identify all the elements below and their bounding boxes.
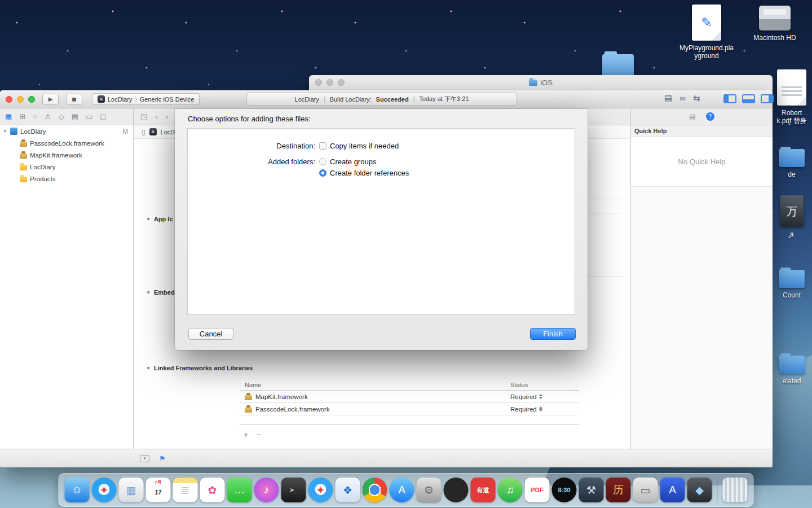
folder-de[interactable]: de: [771, 146, 812, 178]
preview-dock-icon[interactable]: ▦: [119, 478, 144, 502]
framework-status[interactable]: Required: [510, 393, 542, 400]
section-embedded[interactable]: ▼ Embed: [146, 289, 175, 296]
sidebar-toggle-icon[interactable]: ▯: [142, 128, 145, 136]
add-files-sheet: Choose options for adding these files: D…: [175, 109, 588, 350]
forward-button[interactable]: ›: [166, 112, 168, 121]
display-dock-icon[interactable]: ▭: [633, 478, 658, 502]
folder-count[interactable]: Count: [771, 266, 812, 299]
desktop-icon-image: [779, 149, 805, 167]
nav-item-passcodelock-framework[interactable]: PasscodeLock.framework: [0, 137, 133, 149]
wannianli-dock-icon[interactable]: 历: [606, 478, 631, 502]
pdf-expert-dock-icon[interactable]: PDF: [525, 478, 550, 502]
nav-item-locdiary-project[interactable]: ▾ LocDiary M: [0, 125, 133, 137]
desktop-folder-icon[interactable]: [602, 54, 634, 77]
nav-item-mapkit-framework[interactable]: MapKit.framework: [0, 149, 133, 161]
trash-dock-icon[interactable]: [723, 478, 748, 502]
copy-items-checkbox[interactable]: [319, 142, 326, 150]
section-app-icons[interactable]: ▼ App Ic: [146, 216, 173, 222]
messages-dock-icon[interactable]: …: [227, 478, 252, 502]
breakpoint-navigator-icon[interactable]: ▭: [86, 112, 92, 121]
related-items-icon[interactable]: ◳: [140, 112, 147, 121]
github-dock-icon[interactable]: [444, 478, 469, 502]
finish-button[interactable]: Finish: [530, 328, 576, 340]
add-button[interactable]: +: [244, 430, 248, 439]
chrome-dock-icon[interactable]: [363, 478, 387, 502]
standard-editor-button[interactable]: ▤: [664, 93, 672, 103]
stop-button[interactable]: ◼: [66, 94, 82, 105]
sysprefs-dock-icon[interactable]: ⚙: [417, 478, 442, 502]
disclosure-triangle-icon[interactable]: ▼: [146, 217, 151, 222]
qqmusic-dock-icon[interactable]: ♫: [498, 478, 523, 502]
cancel-button[interactable]: Cancel: [188, 328, 233, 340]
disclosure-triangle-icon[interactable]: ▼: [146, 290, 151, 295]
table-row[interactable]: PasscodeLock.framework Required: [240, 403, 579, 415]
dark-app-dock-icon[interactable]: ◆: [687, 478, 712, 502]
section-linked-frameworks[interactable]: ▼ Linked Frameworks and Libraries: [146, 365, 253, 371]
filter-icon[interactable]: ▾: [140, 455, 149, 462]
file-inspector-icon[interactable]: ▤: [689, 113, 695, 121]
quick-help-icon[interactable]: ?: [706, 112, 714, 121]
pdf-alias[interactable]: Robertk.pdf 替身: [771, 69, 812, 125]
artwork-a[interactable]: 万 a: [771, 195, 812, 238]
inspector-toggle-button[interactable]: [761, 94, 774, 103]
dock-icon-glyph: A: [398, 484, 405, 496]
close-button[interactable]: [6, 96, 12, 103]
folder-related[interactable]: elated: [771, 352, 812, 385]
zoom-button[interactable]: [28, 96, 35, 103]
framework-status[interactable]: Required: [510, 406, 542, 413]
scheme-selector[interactable]: A LocDiary › Generic iOS Device: [92, 93, 200, 105]
dock-icon-glyph: ◆: [695, 484, 704, 497]
dropbox-dock-icon[interactable]: ❖: [336, 478, 360, 502]
create-groups-label[interactable]: Create groups: [330, 157, 376, 166]
run-button[interactable]: ▶: [42, 94, 59, 105]
create-groups-radio[interactable]: [319, 158, 326, 165]
test-navigator-icon[interactable]: ◇: [59, 112, 64, 121]
back-button[interactable]: ‹: [155, 112, 157, 121]
xcode-toolbar: ▶ ◼ A LocDiary › Generic iOS Device LocD…: [0, 90, 773, 108]
xcode-dock-icon[interactable]: ⚒: [579, 478, 604, 502]
jump-bar-item[interactable]: LocD: [161, 129, 175, 135]
macintosh-hd-icon[interactable]: Macintosh HD: [748, 6, 802, 42]
navigator-item-label: LocDiary: [30, 164, 55, 170]
disclosure-triangle-icon[interactable]: ▼: [146, 366, 151, 371]
disclosure-triangle-icon[interactable]: ▾: [4, 129, 10, 134]
debug-navigator-icon[interactable]: ▤: [72, 112, 78, 121]
terminal-dock-icon[interactable]: >_: [281, 478, 306, 502]
calendar-dock-icon[interactable]: 7月 17: [146, 478, 171, 502]
assistant-editor-button[interactable]: ∞: [679, 93, 686, 103]
nav-item-locdiary-group[interactable]: LocDiary: [0, 161, 133, 173]
added-folders-row: Added folders: Create groups: [188, 156, 575, 167]
safari-dock-icon[interactable]: ✦: [92, 478, 117, 502]
appstore-dock-icon[interactable]: A: [390, 478, 414, 502]
symbol-navigator-icon[interactable]: ⊞: [19, 112, 25, 121]
version-editor-button[interactable]: ⇆: [693, 93, 700, 103]
create-folder-references-label[interactable]: Create folder references: [330, 169, 409, 177]
a-app-dock-icon[interactable]: A: [660, 478, 685, 502]
find-navigator-icon[interactable]: ○: [33, 112, 37, 121]
navigator-toggle-button[interactable]: [723, 94, 736, 103]
clock-dock-icon[interactable]: 8:30: [552, 478, 577, 502]
finder-dock-icon[interactable]: ☺: [65, 478, 90, 502]
issue-navigator-icon[interactable]: ⚠: [45, 112, 51, 121]
divider: [585, 199, 623, 199]
minimize-button[interactable]: [17, 96, 24, 103]
breakpoint-flag-icon[interactable]: ⚑: [159, 454, 166, 463]
copy-items-label[interactable]: Copy items if needed: [330, 142, 399, 150]
status-stepper-icon[interactable]: [539, 394, 542, 399]
myplayground-icon[interactable]: ✎ MyPlayground.playground: [679, 5, 734, 60]
report-navigator-icon[interactable]: ◻: [100, 112, 106, 121]
remove-button[interactable]: −: [256, 430, 261, 439]
table-row[interactable]: MapKit.framework Required: [240, 391, 579, 403]
compass-dock-icon[interactable]: ✦: [308, 478, 333, 502]
debug-area-toggle-button[interactable]: [742, 94, 755, 103]
nav-item-products-group[interactable]: Products: [0, 173, 133, 185]
notes-dock-icon[interactable]: ≣: [173, 478, 198, 502]
itunes-dock-icon[interactable]: ♪: [254, 478, 279, 502]
status-stepper-icon[interactable]: [539, 406, 542, 411]
photos-dock-icon[interactable]: ✿: [200, 478, 225, 502]
finder-titlebar[interactable]: iOS: [309, 75, 773, 90]
create-folder-references-radio[interactable]: [319, 169, 326, 177]
youdao-dict-dock-icon[interactable]: 有道: [471, 478, 496, 502]
project-navigator-icon[interactable]: ▦: [5, 112, 12, 121]
folder-references-row: Create folder references: [188, 167, 575, 178]
